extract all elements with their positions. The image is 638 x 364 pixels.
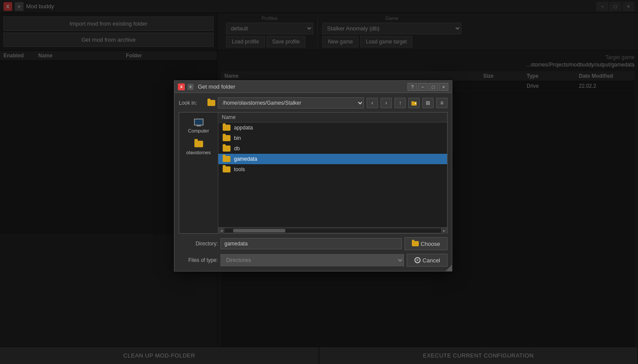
modal-minimize-button[interactable]: − [418,83,428,91]
folder-icon [223,135,230,141]
hscroll-track[interactable] [224,229,441,232]
directory-input[interactable] [220,238,402,249]
look-in-row: Look in: /home/olavstornes/Games/Stalker… [179,97,448,109]
list-item-appdata[interactable]: appdata [218,122,447,133]
list-item-db[interactable]: db [218,143,447,154]
choose-folder-icon [412,240,419,247]
look-in-label: Look in: [179,100,205,106]
folder-icon [223,146,230,152]
hscroll-right[interactable]: ▸ [441,228,447,234]
file-hscroll[interactable]: ◂ ▸ [218,227,447,233]
home-folder-icon [194,139,204,149]
modal-overlay: X ◈ Get mod folder ? − □ × Look in: /hom… [0,0,638,364]
cancel-icon: ✕ [414,257,421,264]
computer-icon [194,117,204,127]
resize-handle[interactable] [446,265,452,271]
sidebar-item-computer[interactable]: Computer [179,114,218,136]
modal-title: Get mod folder [198,83,405,90]
file-list-header: Name [218,113,447,122]
svg-rect-1 [411,101,414,103]
sidebar-item-home[interactable]: olavstornes [179,136,218,158]
modal-app-icon: X [178,83,185,90]
modal-body: Look in: /home/olavstornes/Games/Stalker… [174,93,452,271]
folder-indicator-icon [207,100,215,106]
list-item-tools[interactable]: tools [218,164,447,175]
choose-button[interactable]: Choose [404,237,448,250]
files-type-label: Files of type: [179,257,218,263]
look-in-select[interactable]: /home/olavstornes/Games/Stalker [218,97,364,109]
modal-secondary-icon: ◈ [187,84,194,90]
nav-back-button[interactable]: ‹ [367,98,378,108]
list-item-bin[interactable]: bin [218,133,447,143]
nav-new-folder-button[interactable] [408,98,420,108]
nav-view-toggle-button[interactable]: ⊞ [422,98,434,108]
modal-close-button[interactable]: × [439,83,448,91]
list-item-gamedata[interactable]: gamedata [218,154,447,164]
file-browser: Computer olavstornes Name [179,112,448,234]
folder-icon [223,166,230,172]
directory-label: Directory: [179,241,218,247]
file-browser-sidebar: Computer olavstornes [179,113,218,233]
file-main: Name appdata bin db [218,113,447,233]
folder-icon [223,125,230,131]
folder-icon [223,156,230,162]
hscroll-thumb[interactable] [233,229,285,232]
modal-controls: ? − □ × [408,83,448,91]
nav-forward-button[interactable]: › [381,98,392,108]
hscroll-left[interactable]: ◂ [218,228,224,234]
nav-details-button[interactable]: ≡ [436,98,448,108]
files-type-select[interactable]: Directories [220,254,404,266]
modal-titlebar: X ◈ Get mod folder ? − □ × [174,81,452,93]
cancel-button[interactable]: ✕ Cancel [407,254,448,267]
get-mod-folder-dialog: X ◈ Get mod folder ? − □ × Look in: /hom… [174,80,452,271]
modal-maximize-button[interactable]: □ [428,83,438,91]
file-list: appdata bin db gamedata [218,122,447,227]
nav-up-button[interactable]: ↑ [394,98,406,108]
files-type-row: Files of type: Directories ✕ Cancel [179,254,448,267]
modal-help-button[interactable]: ? [408,83,417,91]
directory-row: Directory: Choose [179,237,448,250]
